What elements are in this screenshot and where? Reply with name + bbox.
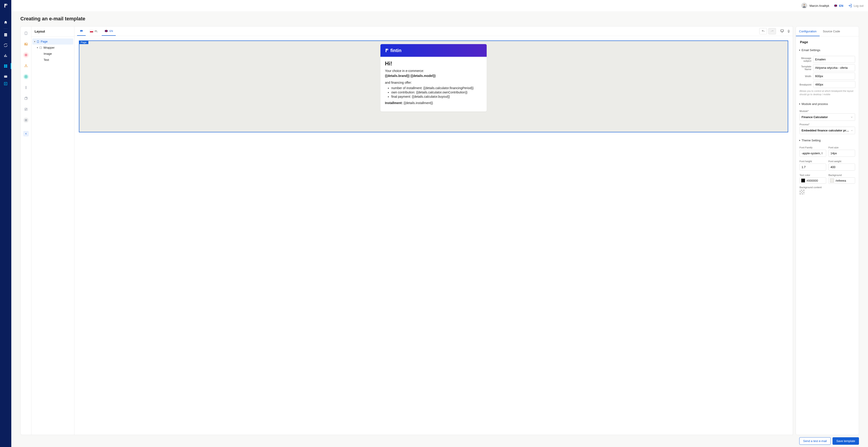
- tab-configuration[interactable]: Configuration: [796, 27, 819, 36]
- process-select[interactable]: Embedded finance calculator proce...: [800, 127, 855, 134]
- layout-tree: ▾ Page ▾ Wrapper Image Text: [31, 37, 74, 65]
- email-brand-model: {{details.brand}} {{details.model}}: [385, 74, 482, 78]
- tree-item-image[interactable]: Image: [32, 51, 73, 57]
- installment-label: Installment:: [385, 101, 403, 105]
- module-body: Module* Finance Calculator Process* Embe…: [799, 108, 856, 137]
- svg-rect-4: [6, 66, 7, 68]
- editor-mode-icon: [79, 29, 84, 33]
- page-selection-tag: Page: [79, 40, 88, 44]
- flag-pl-icon: [90, 30, 93, 33]
- background-value: #efeeea: [835, 179, 846, 182]
- font-weight-input[interactable]: [829, 163, 855, 171]
- process-label: Process*: [800, 123, 855, 126]
- bg-content-swatch[interactable]: [800, 189, 804, 195]
- email-body[interactable]: Hi! Your choice in e-commerce: {{details…: [380, 57, 487, 112]
- text-color-input[interactable]: #000000: [800, 177, 826, 184]
- chevron-down-icon: [850, 129, 853, 132]
- svg-rect-9: [25, 32, 27, 35]
- svg-rect-19: [25, 108, 27, 111]
- width-input[interactable]: [813, 72, 855, 80]
- svg-point-21: [26, 119, 27, 120]
- email-banner[interactable]: fintin: [380, 44, 487, 57]
- svg-rect-3: [4, 66, 5, 68]
- breakpoint-hint: Allows you to control at which breakpoin…: [800, 89, 855, 96]
- page-frame[interactable]: Page fintin Hi! Your choice in e-commer: [79, 40, 788, 132]
- mobile-view-button[interactable]: [787, 29, 790, 33]
- tool-image-icon[interactable]: [23, 41, 29, 47]
- caret-down-icon: ▾: [799, 103, 800, 105]
- save-template-button[interactable]: Save template: [833, 437, 859, 445]
- nav-card-icon[interactable]: [3, 73, 8, 80]
- logout-button[interactable]: Log out: [848, 4, 864, 8]
- accordion-email-settings[interactable]: ▾ Email Settings: [799, 47, 856, 54]
- language-switch[interactable]: EN: [834, 4, 843, 7]
- subject-label: Message subject: [800, 57, 811, 62]
- canvas-area: PL EN: [74, 26, 793, 435]
- tool-target-icon[interactable]: [23, 52, 29, 58]
- lang-tab-en[interactable]: EN: [102, 27, 116, 36]
- accordion-theme-setting[interactable]: ▾ Theme Setting: [799, 137, 856, 144]
- svg-point-27: [81, 30, 81, 31]
- canvas[interactable]: Page fintin Hi! Your choice in e-commer: [74, 36, 793, 435]
- page-title: Creating an e-mail template: [11, 11, 868, 26]
- editor: Layout ▾ Page ▾ Wrapper Image: [11, 26, 868, 435]
- tool-divider-icon[interactable]: [23, 85, 29, 90]
- email-card[interactable]: fintin Hi! Your choice in e-commerce: {{…: [380, 44, 487, 112]
- svg-point-28: [81, 30, 82, 31]
- tree-item-wrapper[interactable]: ▾ Wrapper: [32, 44, 73, 51]
- font-height-input[interactable]: [800, 163, 826, 171]
- accordion-label: Email Settings: [802, 49, 820, 52]
- tree-item-text[interactable]: Text: [32, 57, 73, 63]
- font-size-input[interactable]: [829, 150, 855, 157]
- page-icon: [37, 40, 39, 43]
- svg-point-8: [804, 4, 805, 6]
- collapse-panel-icon[interactable]: [23, 131, 29, 137]
- nav-expand-icon[interactable]: [3, 81, 8, 87]
- brand-name: fintin: [391, 48, 401, 53]
- svg-rect-29: [81, 31, 82, 31]
- font-family-input[interactable]: [800, 150, 826, 157]
- breakpoint-label: Breakpoint: [800, 83, 811, 86]
- logout-label: Log out: [854, 4, 864, 7]
- undo-button[interactable]: [759, 28, 767, 34]
- desktop-view-button[interactable]: [780, 29, 784, 33]
- background-input[interactable]: #efeeea: [829, 177, 855, 184]
- tree-item-page[interactable]: ▾ Page: [32, 38, 73, 44]
- color-swatch-icon: [830, 178, 834, 183]
- user-name: Marcin Analityk: [809, 4, 829, 7]
- tool-layers-icon[interactable]: [23, 96, 29, 101]
- nav-grid-icon[interactable]: [3, 63, 8, 69]
- svg-rect-24: [37, 40, 39, 42]
- svg-rect-5: [4, 76, 7, 78]
- svg-rect-26: [80, 30, 83, 31]
- tool-hierarchy-icon[interactable]: [23, 63, 29, 68]
- user-menu[interactable]: Marcin Analityk: [801, 3, 829, 9]
- nav-home-icon[interactable]: [3, 20, 8, 25]
- breakpoint-input[interactable]: [813, 81, 855, 88]
- tool-list-icon[interactable]: [23, 74, 29, 80]
- email-choice-line: Your choice in e-commerce:: [385, 69, 482, 72]
- tool-edit-icon[interactable]: [23, 107, 29, 112]
- config-scroll[interactable]: Page ▾ Email Settings Message subject Te…: [796, 36, 859, 435]
- send-test-email-button[interactable]: Send a test e-mail: [799, 437, 831, 445]
- caret-down-icon: ▾: [799, 139, 800, 142]
- editor-mode-tab[interactable]: [77, 27, 86, 36]
- font-size-label: Font size: [829, 146, 855, 149]
- config-panel: Configuration Source Code Page ▾ Email S…: [796, 26, 859, 435]
- text-color-value: #000000: [807, 179, 818, 182]
- lang-tab-pl[interactable]: PL: [87, 27, 100, 36]
- undo-icon: [761, 30, 765, 33]
- nav-sync-icon[interactable]: [3, 42, 8, 48]
- caret-down-icon: ▾: [34, 40, 35, 43]
- module-select[interactable]: Finance Calculator: [800, 113, 855, 121]
- nav-building-icon[interactable]: [3, 32, 8, 38]
- nav-chart-icon[interactable]: [3, 53, 8, 59]
- template-name-input[interactable]: [813, 64, 855, 71]
- name-label: Template Name: [800, 65, 811, 70]
- layout-panel: Layout ▾ Page ▾ Wrapper Image: [31, 26, 74, 435]
- tool-page-icon[interactable]: [23, 31, 29, 36]
- accordion-module-process[interactable]: ▾ Module and process: [799, 100, 856, 108]
- tab-source-code[interactable]: Source Code: [819, 27, 843, 36]
- subject-input[interactable]: [813, 56, 855, 63]
- tool-apps-icon[interactable]: [23, 117, 29, 123]
